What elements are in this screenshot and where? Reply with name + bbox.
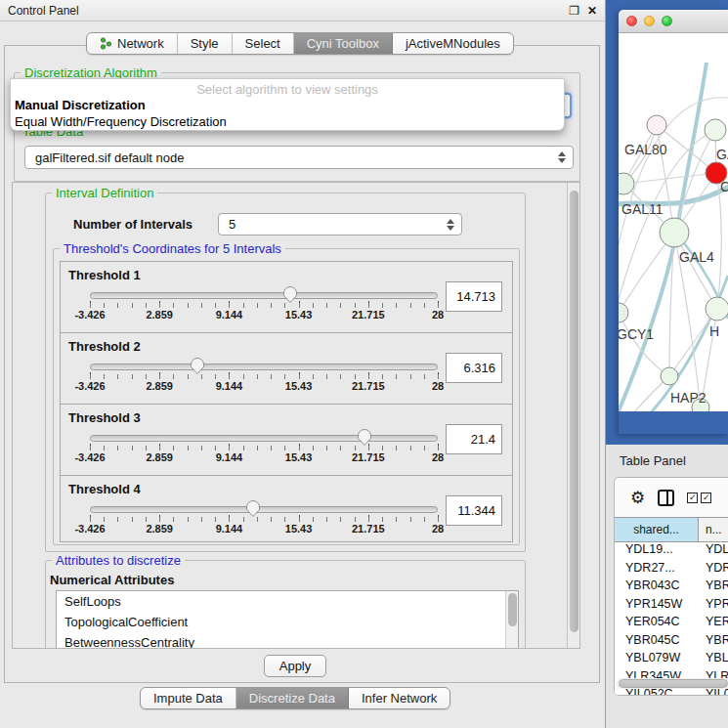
scrollbar-thumb[interactable]	[570, 191, 578, 632]
threshold-slider[interactable]: -3.426 2.859 9.144 15.43 21.715 28	[90, 262, 438, 332]
table-horizontal-scrollbar[interactable]	[617, 678, 728, 689]
slider-track[interactable]	[90, 435, 438, 442]
cell[interactable]: YPR1...	[699, 597, 728, 616]
numerical-attributes-list[interactable]: SelfLoops TopologicalCoefficient Between…	[56, 590, 519, 649]
cell[interactable]: YBR0...	[699, 633, 728, 652]
slider-track[interactable]	[90, 292, 438, 299]
tick-label: 15.43	[285, 451, 313, 463]
node[interactable]	[706, 297, 728, 321]
tab-cyni-toolbox[interactable]: Cyni Toolbox	[294, 33, 393, 54]
cell[interactable]: YER054C	[615, 615, 699, 633]
node[interactable]	[705, 119, 726, 141]
node[interactable]	[660, 218, 689, 247]
node[interactable]	[619, 303, 628, 322]
cell[interactable]: YBR0...	[699, 578, 728, 597]
threshold-value-field[interactable]: 21.4	[446, 424, 502, 454]
slider-track[interactable]	[90, 506, 438, 513]
table-row[interactable]: YPR145W YPR1...	[615, 597, 728, 616]
table-panel: ⚙ ✓ ✓ shared... n... YDL19... YDL1... YD…	[614, 477, 728, 696]
attributes-group-title: Attributes to discretize	[52, 553, 185, 568]
threshold-value-field[interactable]: 6.316	[446, 353, 502, 383]
tab-network-label: Network	[117, 36, 164, 51]
mac-close-button[interactable]	[626, 16, 637, 26]
list-item[interactable]: TopologicalCoefficient	[57, 612, 518, 632]
number-of-intervals-combobox[interactable]: 5	[218, 213, 462, 236]
list-scrollbar[interactable]	[505, 591, 518, 649]
cell[interactable]: YBL079W	[615, 651, 699, 669]
table-row[interactable]: YDR27... YDR2...	[615, 561, 728, 579]
network-graph: GAL80 GA C GAL11 GAL4 GCY1 H HAP2	[619, 33, 728, 411]
cell[interactable]: YDR2...	[699, 561, 728, 579]
menu-item-manual-discretization[interactable]: Manual Discretization	[15, 98, 146, 112]
algorithm-dropdown-popup: Select algorithm to view settings Manual…	[10, 78, 565, 131]
tick-label: 9.144	[216, 309, 243, 321]
tab-infer-network[interactable]: Infer Network	[349, 688, 450, 708]
threshold-row: Threshold 2 -3.426 2.859 9.144 15.43 21.…	[61, 333, 512, 405]
node-label: GAL4	[679, 249, 714, 265]
node[interactable]	[647, 115, 666, 135]
panel-title: Control Panel	[0, 4, 79, 18]
cell[interactable]: YDR27...	[615, 561, 699, 579]
mac-zoom-button[interactable]	[662, 16, 672, 26]
cell[interactable]: YPR145W	[615, 597, 699, 616]
cell[interactable]: YDL19...	[615, 542, 699, 561]
cell[interactable]: YBR043C	[615, 578, 699, 597]
cell[interactable]: YDL1...	[699, 542, 728, 561]
threshold-slider[interactable]: -3.426 2.859 9.144 15.43 21.715 28	[90, 476, 438, 547]
tab-impute-data[interactable]: Impute Data	[141, 688, 236, 708]
tab-cyni-toolbox-label: Cyni Toolbox	[307, 36, 379, 51]
split-column-icon[interactable]	[658, 490, 674, 506]
column-header-shared[interactable]: shared...	[615, 518, 699, 541]
scrollbar-thumb[interactable]	[619, 679, 728, 688]
checkbox-checked-icon[interactable]: ✓	[701, 492, 711, 503]
table-row[interactable]: YDL19... YDL1...	[615, 542, 728, 561]
settings-scrollbar[interactable]	[567, 183, 579, 648]
cell[interactable]: YBL0...	[699, 651, 728, 669]
table-row[interactable]: YBL079W YBL0...	[615, 651, 728, 669]
close-window-icon[interactable]: ✕	[587, 4, 597, 18]
threshold-slider[interactable]: -3.426 2.859 9.144 15.43 21.715 28	[90, 405, 438, 475]
slider-thumb[interactable]	[190, 357, 205, 375]
tab-jactivemnodules[interactable]: jActiveMNodules	[393, 33, 513, 54]
tab-style[interactable]: Style	[178, 33, 233, 54]
tab-jactivemnodules-label: jActiveMNodules	[406, 36, 500, 51]
network-canvas[interactable]: GAL80 GA C GAL11 GAL4 GCY1 H HAP2	[619, 33, 728, 411]
threshold-value-field[interactable]: 11.344	[446, 495, 502, 526]
gear-icon[interactable]: ⚙	[630, 490, 645, 506]
table-data-combobox[interactable]: galFiltered.sif default node	[24, 146, 574, 169]
cell[interactable]: YER0...	[699, 615, 728, 633]
tick-label: 9.144	[216, 380, 243, 392]
tick-label: 28	[432, 380, 444, 392]
list-item[interactable]: SelfLoops	[57, 591, 518, 612]
slider-tick-labels: -3.426 2.859 9.144 15.43 21.715 28	[90, 380, 438, 394]
table-row[interactable]: YER054C YER0...	[615, 615, 728, 633]
tab-impute-data-label: Impute Data	[153, 691, 223, 706]
table-row[interactable]: YBR045C YBR0...	[615, 633, 728, 652]
slider-minor-ticks	[90, 517, 439, 522]
tick-label: 15.43	[285, 523, 313, 535]
top-tab-bar: Network Style Select Cyni Toolbox jActiv…	[86, 32, 514, 55]
slider-thumb[interactable]	[282, 285, 298, 304]
table-row[interactable]: YBR043C YBR0...	[615, 578, 728, 597]
node[interactable]	[661, 367, 678, 385]
slider-thumb[interactable]	[357, 428, 372, 447]
slider-track[interactable]	[90, 364, 438, 370]
threshold-slider[interactable]: -3.426 2.859 9.144 15.43 21.715 28	[90, 333, 438, 404]
tab-select[interactable]: Select	[233, 33, 294, 54]
menu-item-equal-width-frequency[interactable]: Equal Width/Frequency Discretization	[15, 114, 227, 129]
tab-style-label: Style	[191, 36, 219, 51]
tab-network[interactable]: Network	[87, 33, 178, 54]
threshold-row: Threshold 1 -3.426 2.859 9.144 15.43 21.…	[61, 262, 512, 333]
slider-thumb[interactable]	[245, 499, 261, 518]
list-item[interactable]: BetweennessCentrality	[57, 632, 518, 649]
threshold-value-field[interactable]: 14.713	[446, 281, 502, 312]
tab-discretize-data[interactable]: Discretize Data	[236, 688, 349, 708]
apply-button[interactable]: Apply	[264, 655, 326, 677]
checkbox-checked-icon[interactable]: ✓	[687, 492, 698, 503]
tick-label: 15.43	[285, 380, 313, 392]
float-window-icon[interactable]: ❐	[569, 4, 579, 18]
mac-minimize-button[interactable]	[644, 16, 655, 26]
spinner-icon	[557, 151, 566, 163]
cell[interactable]: YBR045C	[615, 633, 699, 652]
column-header-name[interactable]: n...	[699, 518, 728, 541]
